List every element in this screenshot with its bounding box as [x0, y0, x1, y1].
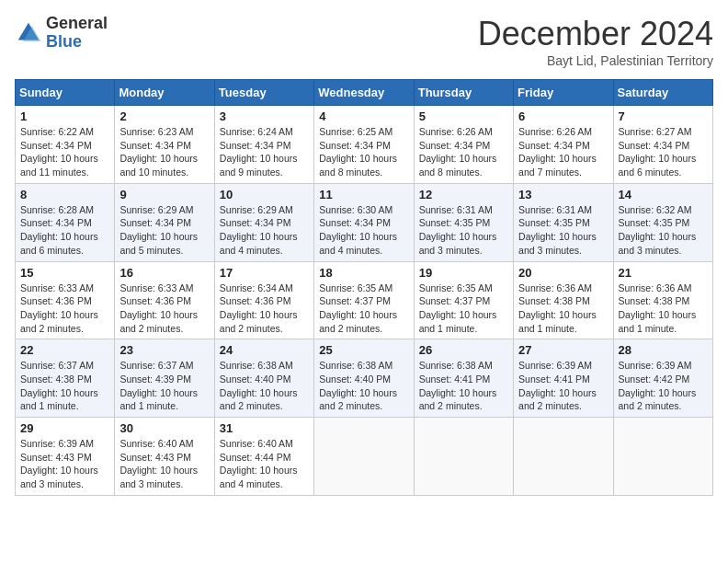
calendar-week-row: 29 Sunrise: 6:39 AM Sunset: 4:43 PM Dayl…	[16, 418, 713, 496]
day-detail: Sunrise: 6:27 AM Sunset: 4:34 PM Dayligh…	[619, 125, 708, 179]
day-number: 21	[619, 266, 708, 280]
day-detail: Sunrise: 6:39 AM Sunset: 4:43 PM Dayligh…	[20, 437, 109, 491]
calendar-cell: 19 Sunrise: 6:35 AM Sunset: 4:37 PM Dayl…	[414, 261, 513, 339]
calendar-week-row: 1 Sunrise: 6:22 AM Sunset: 4:34 PM Dayli…	[16, 106, 713, 184]
day-detail: Sunrise: 6:37 AM Sunset: 4:39 PM Dayligh…	[119, 359, 209, 413]
day-number: 7	[619, 109, 708, 123]
day-number: 24	[220, 343, 309, 357]
col-header-monday: Monday	[115, 80, 214, 106]
day-detail: Sunrise: 6:39 AM Sunset: 4:42 PM Dayligh…	[619, 359, 708, 413]
day-number: 19	[419, 266, 508, 280]
calendar-cell: 29 Sunrise: 6:39 AM Sunset: 4:43 PM Dayl…	[16, 418, 115, 496]
calendar-cell	[613, 418, 712, 496]
day-detail: Sunrise: 6:36 AM Sunset: 4:38 PM Dayligh…	[619, 282, 708, 336]
day-number: 15	[20, 266, 109, 280]
day-number: 2	[119, 109, 209, 123]
day-detail: Sunrise: 6:38 AM Sunset: 4:40 PM Dayligh…	[319, 359, 408, 413]
calendar-cell: 31 Sunrise: 6:40 AM Sunset: 4:44 PM Dayl…	[214, 418, 313, 496]
calendar-cell: 11 Sunrise: 6:30 AM Sunset: 4:34 PM Dayl…	[314, 183, 414, 261]
day-detail: Sunrise: 6:34 AM Sunset: 4:36 PM Dayligh…	[220, 282, 309, 336]
calendar-cell: 17 Sunrise: 6:34 AM Sunset: 4:36 PM Dayl…	[214, 261, 313, 339]
day-number: 3	[220, 109, 309, 123]
calendar-cell: 12 Sunrise: 6:31 AM Sunset: 4:35 PM Dayl…	[414, 183, 513, 261]
day-detail: Sunrise: 6:39 AM Sunset: 4:41 PM Dayligh…	[518, 359, 608, 413]
col-header-saturday: Saturday	[613, 80, 712, 106]
title-block: December 2024 Bayt Lid, Palestinian Terr…	[478, 15, 713, 68]
calendar-cell: 15 Sunrise: 6:33 AM Sunset: 4:36 PM Dayl…	[16, 261, 115, 339]
day-number: 23	[119, 343, 209, 357]
day-number: 20	[518, 266, 608, 280]
day-detail: Sunrise: 6:33 AM Sunset: 4:36 PM Dayligh…	[119, 282, 209, 336]
day-number: 26	[419, 343, 508, 357]
calendar-table: SundayMondayTuesdayWednesdayThursdayFrid…	[15, 79, 713, 496]
day-number: 28	[619, 343, 708, 357]
calendar-cell: 22 Sunrise: 6:37 AM Sunset: 4:38 PM Dayl…	[16, 339, 115, 418]
day-detail: Sunrise: 6:31 AM Sunset: 4:35 PM Dayligh…	[518, 203, 608, 258]
day-detail: Sunrise: 6:28 AM Sunset: 4:34 PM Dayligh…	[20, 203, 109, 258]
calendar-cell: 16 Sunrise: 6:33 AM Sunset: 4:36 PM Dayl…	[115, 261, 214, 339]
day-detail: Sunrise: 6:26 AM Sunset: 4:34 PM Dayligh…	[518, 125, 608, 179]
calendar-cell: 23 Sunrise: 6:37 AM Sunset: 4:39 PM Dayl…	[115, 339, 214, 418]
day-detail: Sunrise: 6:33 AM Sunset: 4:36 PM Dayligh…	[20, 282, 109, 336]
calendar-cell: 6 Sunrise: 6:26 AM Sunset: 4:34 PM Dayli…	[514, 106, 613, 184]
day-number: 18	[319, 266, 408, 280]
col-header-friday: Friday	[514, 80, 613, 106]
day-number: 29	[20, 421, 109, 435]
calendar-cell: 8 Sunrise: 6:28 AM Sunset: 4:34 PM Dayli…	[16, 183, 115, 261]
day-number: 5	[419, 109, 508, 123]
logo-icon	[15, 19, 42, 47]
col-header-wednesday: Wednesday	[314, 80, 414, 106]
day-number: 13	[518, 188, 608, 201]
calendar-cell: 28 Sunrise: 6:39 AM Sunset: 4:42 PM Dayl…	[613, 339, 712, 418]
day-detail: Sunrise: 6:36 AM Sunset: 4:38 PM Dayligh…	[518, 282, 608, 336]
day-number: 27	[518, 343, 608, 357]
day-number: 22	[20, 343, 109, 357]
calendar-cell: 30 Sunrise: 6:40 AM Sunset: 4:43 PM Dayl…	[115, 418, 214, 496]
calendar-cell: 7 Sunrise: 6:27 AM Sunset: 4:34 PM Dayli…	[613, 106, 712, 184]
day-number: 31	[220, 421, 309, 435]
col-header-thursday: Thursday	[414, 80, 513, 106]
calendar-cell	[514, 418, 613, 496]
day-detail: Sunrise: 6:37 AM Sunset: 4:38 PM Dayligh…	[20, 359, 109, 413]
day-detail: Sunrise: 6:29 AM Sunset: 4:34 PM Dayligh…	[220, 203, 309, 258]
calendar-cell	[314, 418, 414, 496]
day-number: 14	[619, 188, 708, 201]
calendar-cell: 3 Sunrise: 6:24 AM Sunset: 4:34 PM Dayli…	[214, 106, 313, 184]
calendar-week-row: 15 Sunrise: 6:33 AM Sunset: 4:36 PM Dayl…	[16, 261, 713, 339]
calendar-cell: 9 Sunrise: 6:29 AM Sunset: 4:34 PM Dayli…	[115, 183, 214, 261]
day-detail: Sunrise: 6:35 AM Sunset: 4:37 PM Dayligh…	[319, 282, 408, 336]
calendar-cell: 26 Sunrise: 6:38 AM Sunset: 4:41 PM Dayl…	[414, 339, 513, 418]
day-detail: Sunrise: 6:29 AM Sunset: 4:34 PM Dayligh…	[119, 203, 209, 258]
day-number: 11	[319, 188, 408, 201]
col-header-sunday: Sunday	[16, 80, 115, 106]
calendar-cell: 21 Sunrise: 6:36 AM Sunset: 4:38 PM Dayl…	[613, 261, 712, 339]
calendar-cell: 1 Sunrise: 6:22 AM Sunset: 4:34 PM Dayli…	[16, 106, 115, 184]
logo-blue-text: Blue	[46, 33, 108, 52]
calendar-cell: 24 Sunrise: 6:38 AM Sunset: 4:40 PM Dayl…	[214, 339, 313, 418]
day-number: 12	[419, 188, 508, 201]
calendar-cell: 20 Sunrise: 6:36 AM Sunset: 4:38 PM Dayl…	[514, 261, 613, 339]
day-number: 16	[119, 266, 209, 280]
location-text: Bayt Lid, Palestinian Territory	[478, 53, 713, 68]
day-number: 8	[20, 188, 109, 201]
calendar-cell: 10 Sunrise: 6:29 AM Sunset: 4:34 PM Dayl…	[214, 183, 313, 261]
day-number: 4	[319, 109, 408, 123]
calendar-cell	[414, 418, 513, 496]
day-number: 30	[119, 421, 209, 435]
col-header-tuesday: Tuesday	[214, 80, 313, 106]
day-detail: Sunrise: 6:23 AM Sunset: 4:34 PM Dayligh…	[119, 125, 209, 179]
calendar-cell: 18 Sunrise: 6:35 AM Sunset: 4:37 PM Dayl…	[314, 261, 414, 339]
calendar-header-row: SundayMondayTuesdayWednesdayThursdayFrid…	[16, 80, 713, 106]
day-detail: Sunrise: 6:38 AM Sunset: 4:41 PM Dayligh…	[419, 359, 508, 413]
day-detail: Sunrise: 6:35 AM Sunset: 4:37 PM Dayligh…	[419, 282, 508, 336]
calendar-cell: 14 Sunrise: 6:32 AM Sunset: 4:35 PM Dayl…	[613, 183, 712, 261]
month-title: December 2024	[478, 15, 713, 53]
day-detail: Sunrise: 6:26 AM Sunset: 4:34 PM Dayligh…	[419, 125, 508, 179]
logo-general-text: General	[46, 15, 108, 33]
day-number: 1	[20, 109, 109, 123]
page-header: General Blue December 2024 Bayt Lid, Pal…	[15, 15, 713, 68]
day-detail: Sunrise: 6:30 AM Sunset: 4:34 PM Dayligh…	[319, 203, 408, 258]
calendar-cell: 5 Sunrise: 6:26 AM Sunset: 4:34 PM Dayli…	[414, 106, 513, 184]
calendar-cell: 2 Sunrise: 6:23 AM Sunset: 4:34 PM Dayli…	[115, 106, 214, 184]
day-number: 25	[319, 343, 408, 357]
